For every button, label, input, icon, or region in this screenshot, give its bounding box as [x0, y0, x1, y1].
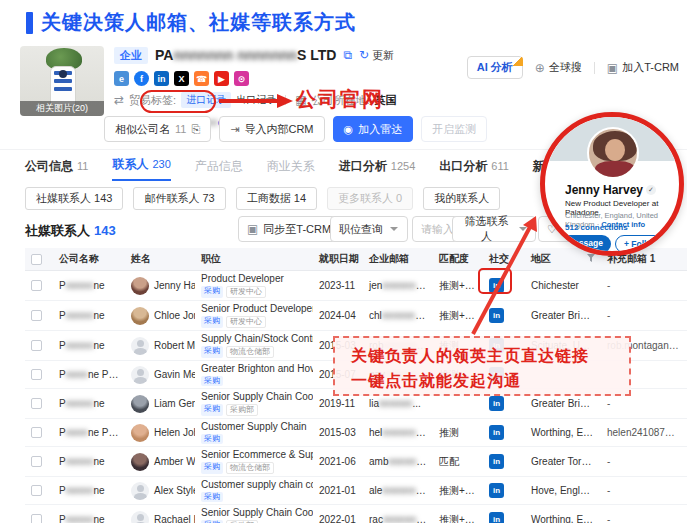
contact-avatar-photo: [131, 453, 149, 471]
company-prefix: P: [59, 485, 66, 496]
similar-company-button[interactable]: 相似公司名 11 ⎘: [104, 116, 211, 142]
tab-出口分析[interactable]: 出口分析611: [439, 158, 509, 181]
position-title: Senior Ecommerce & Supply Cha...: [201, 449, 307, 461]
linkedin-icon[interactable]: in: [489, 454, 504, 469]
section-title: 社媒联系人143: [25, 222, 116, 240]
contact-name[interactable]: Rachael Kelly: [154, 514, 195, 523]
cell-start-date: 2024-04: [313, 301, 363, 331]
checkbox-cell: [25, 419, 53, 447]
cell-position: Greater Brighton and Hove Area采购: [195, 361, 313, 389]
contact-name[interactable]: Chloe Jones: [154, 310, 195, 321]
row-checkbox[interactable]: [31, 280, 42, 291]
tab-进口分析[interactable]: 进口分析1254: [339, 158, 415, 181]
monitor-button[interactable]: 开启监测: [421, 116, 487, 142]
position-query-dropdown[interactable]: 职位查询: [330, 216, 408, 242]
tab-联系人[interactable]: 联系人230: [112, 156, 170, 181]
linkedin-icon[interactable]: in: [489, 483, 504, 498]
company-suffix: ne: [93, 514, 104, 523]
sync-icon: ▣: [247, 222, 258, 236]
checkbox-cell: [25, 271, 53, 301]
contact-name[interactable]: Gavin Meeks: [154, 369, 195, 380]
subtab-我的联系人[interactable]: 我的联系人: [423, 187, 500, 210]
linkedin-icon[interactable]: in: [489, 278, 504, 293]
annotation-callout-box: 关键负责人的领英主页直达链接 一键点击就能发起沟通: [333, 336, 631, 396]
subtab-邮件联系人 73[interactable]: 邮件联系人 73: [133, 187, 225, 210]
row-checkbox[interactable]: [31, 485, 42, 496]
checkbox-cell: [25, 361, 53, 389]
linkedin-icon[interactable]: in: [154, 71, 169, 86]
column-header: 匹配度: [433, 248, 483, 271]
contact-name-wrap: Robert Monta...: [131, 337, 189, 355]
subtab-社媒联系人 143[interactable]: 社媒联系人 143: [25, 187, 123, 210]
youtube-icon[interactable]: ▶: [214, 71, 229, 86]
tag-采购: 采购: [201, 492, 223, 502]
tab-label: 联系人: [112, 156, 148, 173]
filter-icon[interactable]: [587, 254, 595, 262]
import-record-tag[interactable]: 进口记录: [181, 92, 231, 108]
subtab-更多联系人 0[interactable]: 更多联系人 0: [327, 187, 413, 210]
company-photo[interactable]: 相关图片(20): [20, 46, 104, 116]
instagram-icon[interactable]: ⊙: [234, 71, 249, 86]
column-header-label: 就职日期: [319, 253, 359, 264]
contact-name[interactable]: Helen Johnstone: [154, 427, 195, 438]
tab-商业关系[interactable]: 商业关系: [267, 158, 315, 181]
contact-name-wrap: Gavin Meeks: [131, 366, 189, 384]
column-header-label: 社交: [489, 253, 509, 264]
linkedin-icon[interactable]: in: [489, 512, 504, 523]
table-row: PnnnnnneJenny HarveyProduct Developer采购研…: [25, 271, 687, 301]
contact-name[interactable]: Amber Whitty: [154, 456, 195, 467]
company-prefix: P: [59, 280, 66, 291]
cell-name: Rachael Kelly: [125, 505, 195, 523]
contact-name-wrap: Chloe Jones: [131, 307, 189, 325]
linkedin-icon[interactable]: in: [489, 425, 504, 440]
tab-count: 611: [491, 160, 509, 172]
blurred-email: nnnnnn: [379, 398, 412, 409]
company-suffix: ne Produc...: [88, 369, 125, 380]
contact-name[interactable]: Robert Monta...: [154, 340, 195, 351]
cell-social: in: [483, 301, 525, 331]
contact-name[interactable]: Liam Gent: [154, 398, 195, 409]
add-radar-button[interactable]: ◉ 加入雷达: [333, 116, 414, 142]
tab-公司信息[interactable]: 公司信息11: [25, 158, 88, 181]
export-record-tag[interactable]: 出口记录: [236, 93, 276, 107]
global-search-button[interactable]: ⊕ 全球搜: [535, 60, 582, 75]
contact-avatar-photo: [131, 395, 149, 413]
row-checkbox[interactable]: [31, 514, 42, 523]
checkbox-cell: [25, 301, 53, 331]
cell-company: Pnnnnnne: [53, 505, 125, 523]
contact-avatar-photo: [131, 424, 149, 442]
import-crm-button[interactable]: ⇥ 导入内部CRM: [219, 116, 324, 142]
checkbox-cell: [25, 447, 53, 477]
row-checkbox[interactable]: [31, 310, 42, 321]
row-checkbox[interactable]: [31, 456, 42, 467]
row-checkbox[interactable]: [31, 427, 42, 438]
contact-name[interactable]: Jenny Harvey: [154, 280, 195, 291]
x-twitter-icon[interactable]: X: [174, 71, 189, 86]
select-all-checkbox[interactable]: [31, 254, 42, 265]
website-blog-icon[interactable]: e: [114, 71, 129, 86]
cell-match-level: 匹配: [433, 447, 483, 477]
company-social-icons: efinX☎▶⊙: [114, 71, 494, 86]
contact-name[interactable]: Alex Styles: [154, 485, 195, 496]
sync-tcrm-button[interactable]: ▣ 同步至T-CRM: [238, 216, 340, 242]
tab-产品信息[interactable]: 产品信息: [195, 158, 243, 181]
join-tcrm-button[interactable]: ▣ 加入T-CRM: [607, 60, 679, 75]
refresh-button[interactable]: ↻ 更新: [359, 48, 394, 63]
linkedin-icon[interactable]: in: [489, 396, 504, 411]
column-header-label: 公司名称: [59, 253, 99, 264]
position-title: Senior Supply Chain Coordinator: [201, 391, 307, 403]
filter-contacts-dropdown[interactable]: 筛选联系人: [452, 216, 536, 242]
row-checkbox[interactable]: [31, 398, 42, 409]
facebook-icon[interactable]: f: [134, 71, 149, 86]
company-suffix: ne: [93, 485, 104, 496]
row-checkbox[interactable]: [31, 340, 42, 351]
linkedin-icon[interactable]: in: [489, 308, 504, 323]
subtab-工商数据 14[interactable]: 工商数据 14: [236, 187, 317, 210]
copy-icon[interactable]: ⧉: [343, 48, 352, 62]
column-header-label: 地区: [531, 253, 551, 264]
position-tags: 采购物流仓储部: [201, 346, 307, 358]
row-checkbox[interactable]: [31, 369, 42, 380]
annotation-line1: 关键负责人的领英主页直达链接: [351, 343, 629, 368]
profile-connections[interactable]: 512 connections: [565, 223, 628, 232]
phone-icon[interactable]: ☎: [194, 71, 209, 86]
